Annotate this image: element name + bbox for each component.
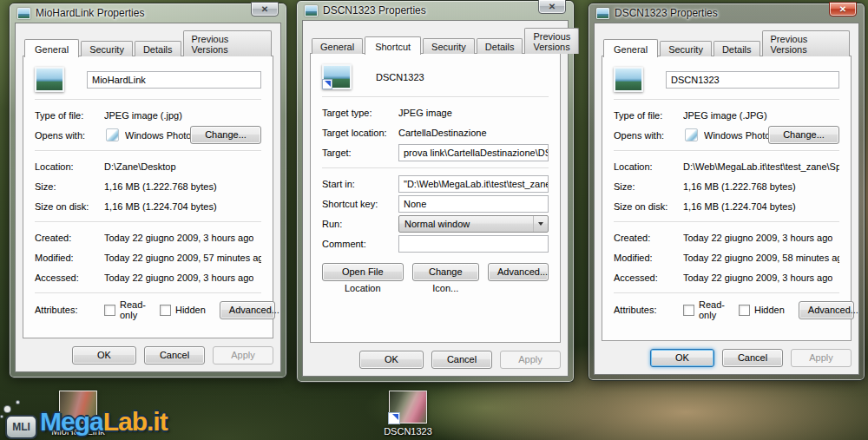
- change-button[interactable]: Change...: [768, 126, 839, 144]
- change-button[interactable]: Change...: [190, 126, 261, 144]
- tab-general[interactable]: General: [24, 39, 79, 57]
- tab-security[interactable]: Security: [660, 41, 712, 56]
- tab-security[interactable]: Security: [423, 38, 475, 54]
- close-icon: ✕: [839, 4, 846, 14]
- window-title: MioHardLink Properties: [36, 7, 144, 19]
- cancel-button[interactable]: Cancel: [431, 351, 492, 369]
- hidden-checkbox[interactable]: [160, 305, 171, 316]
- file-name-input[interactable]: DSCN1323: [666, 71, 839, 89]
- size-value: 1,16 MB (1.222.768 bytes): [104, 181, 217, 192]
- titlebar[interactable]: DSCN1323 Properties ✕: [302, 1, 569, 20]
- change-icon-button[interactable]: Change Icon...: [412, 263, 479, 281]
- window-dscn1323-properties: DSCN1323 Properties ✕ General Security D…: [588, 3, 865, 381]
- bubble-icon: [16, 400, 20, 404]
- tab-previous-versions[interactable]: Previous Versions: [524, 28, 579, 54]
- ok-button[interactable]: OK: [359, 351, 424, 369]
- advanced-button[interactable]: Advanced...: [488, 263, 549, 281]
- target-input[interactable]: prova link\CartellaDestinazione\DSCN1323…: [398, 144, 549, 161]
- start-in-label: Start in:: [322, 179, 398, 189]
- attributes-label: Attributes:: [614, 305, 683, 315]
- close-icon: ✕: [549, 2, 556, 11]
- type-of-file-value: JPEG image (.JPG): [683, 110, 767, 121]
- readonly-label: Read-only: [699, 299, 725, 320]
- megalab-logo-text: MegaLab.it: [40, 409, 168, 435]
- file-thumbnail-icon: [35, 67, 64, 92]
- close-button[interactable]: ✕: [829, 2, 857, 16]
- separator: [35, 150, 261, 151]
- desktop-icon-dscn1323[interactable]: DSCN1323: [366, 391, 450, 437]
- close-icon: ✕: [261, 4, 268, 14]
- readonly-checkbox[interactable]: [104, 305, 115, 316]
- close-button[interactable]: ✕: [538, 0, 566, 14]
- megalab-text-labit: Lab.it: [103, 407, 168, 436]
- target-type-value: JPEG image: [398, 108, 452, 118]
- start-in-input[interactable]: "D:\Web\MegaLab.it\test\test_zane\Spazio…: [398, 175, 549, 193]
- cancel-button[interactable]: Cancel: [144, 346, 205, 364]
- size-label: Size:: [614, 181, 683, 192]
- modified-value: Today 22 giugno 2009, 57 minutes ago: [104, 253, 261, 263]
- megalab-badge-text: MLI: [12, 421, 30, 433]
- open-file-location-button[interactable]: Open File Location: [322, 263, 404, 281]
- hidden-checkbox[interactable]: [739, 305, 750, 316]
- tab-previous-versions[interactable]: Previous Versions: [762, 30, 850, 56]
- titlebar[interactable]: DSCN1323 Properties ✕: [594, 3, 859, 23]
- photo-viewer-icon: [685, 128, 698, 141]
- advanced-button[interactable]: Advanced...: [799, 301, 854, 319]
- close-button[interactable]: ✕: [251, 2, 279, 16]
- accessed-label: Accessed:: [614, 273, 683, 283]
- shortcut-arrow-icon: [322, 79, 332, 89]
- ok-button[interactable]: OK: [72, 346, 136, 364]
- location-value: D:\Web\MegaLab.it\test\test_zane\Spazio …: [683, 161, 839, 172]
- dialog-button-row: OK Cancel Apply: [602, 349, 852, 367]
- tab-details[interactable]: Details: [713, 41, 760, 56]
- dialog-client-area: General Shortcut Security Details Previo…: [302, 20, 569, 377]
- tab-shortcut[interactable]: Shortcut: [365, 36, 421, 55]
- apply-button[interactable]: Apply: [791, 349, 852, 367]
- readonly-checkbox[interactable]: [683, 305, 694, 316]
- tab-page-general: DSCN1323 Type of file: JPEG image (.JPG)…: [602, 56, 852, 341]
- run-label: Run:: [322, 219, 398, 229]
- advanced-button[interactable]: Advanced...: [220, 301, 275, 319]
- separator: [614, 150, 839, 151]
- tab-strip: General Shortcut Security Details Previo…: [310, 28, 561, 54]
- accessed-value: Today 22 giugno 2009, 3 hours ago: [104, 273, 253, 283]
- ok-button[interactable]: OK: [650, 349, 714, 367]
- separator: [614, 221, 839, 222]
- created-label: Created:: [35, 233, 104, 243]
- opens-with-label: Opens with:: [35, 130, 104, 141]
- shortcut-key-label: Shortcut key:: [322, 199, 398, 209]
- megalab-badge: MLI: [5, 415, 37, 439]
- accessed-value: Today 22 giugno 2009, 3 hours ago: [683, 273, 832, 283]
- size-label: Size:: [35, 181, 104, 192]
- titlebar[interactable]: MioHardLink Properties ✕: [15, 3, 281, 23]
- dialog-client-area: General Security Details Previous Versio…: [594, 23, 859, 375]
- window-dscn1323-shortcut-properties: DSCN1323 Properties ✕ General Shortcut S…: [296, 0, 575, 383]
- cancel-button[interactable]: Cancel: [722, 349, 783, 367]
- megalab-text-mega: Mega: [40, 407, 103, 436]
- tab-page-shortcut: DSCN1323 Target type: JPEG image Target …: [310, 53, 561, 343]
- tab-details[interactable]: Details: [135, 41, 181, 56]
- separator: [322, 96, 549, 97]
- separator: [35, 221, 261, 222]
- file-name-input[interactable]: MioHardLink: [87, 71, 261, 89]
- opens-with-value: Windows Photo Viewer: [125, 130, 190, 141]
- window-title: DSCN1323 Properties: [615, 7, 718, 19]
- tab-previous-versions[interactable]: Previous Versions: [183, 30, 272, 56]
- tab-details[interactable]: Details: [477, 38, 523, 54]
- apply-button[interactable]: Apply: [213, 346, 273, 364]
- dialog-button-row: OK Cancel Apply: [310, 351, 561, 369]
- shortcut-key-input[interactable]: None: [398, 195, 549, 213]
- apply-button[interactable]: Apply: [500, 351, 561, 369]
- accessed-label: Accessed:: [35, 273, 104, 283]
- target-location-label: Target location:: [322, 128, 398, 138]
- tab-general[interactable]: General: [603, 39, 658, 57]
- created-value: Today 22 giugno 2009, 3 hours ago: [104, 233, 253, 243]
- modified-value: Today 22 giugno 2009, 58 minutes ago: [683, 253, 839, 263]
- tab-security[interactable]: Security: [81, 41, 133, 56]
- comment-input[interactable]: [398, 235, 549, 253]
- run-dropdown[interactable]: Normal window: [398, 215, 549, 233]
- dialog-client-area: General Security Details Previous Versio…: [15, 23, 281, 372]
- type-of-file-value: JPEG image (.jpg): [104, 110, 182, 121]
- megalab-watermark: MLI MegaLab.it: [5, 404, 168, 439]
- tab-general[interactable]: General: [312, 38, 363, 54]
